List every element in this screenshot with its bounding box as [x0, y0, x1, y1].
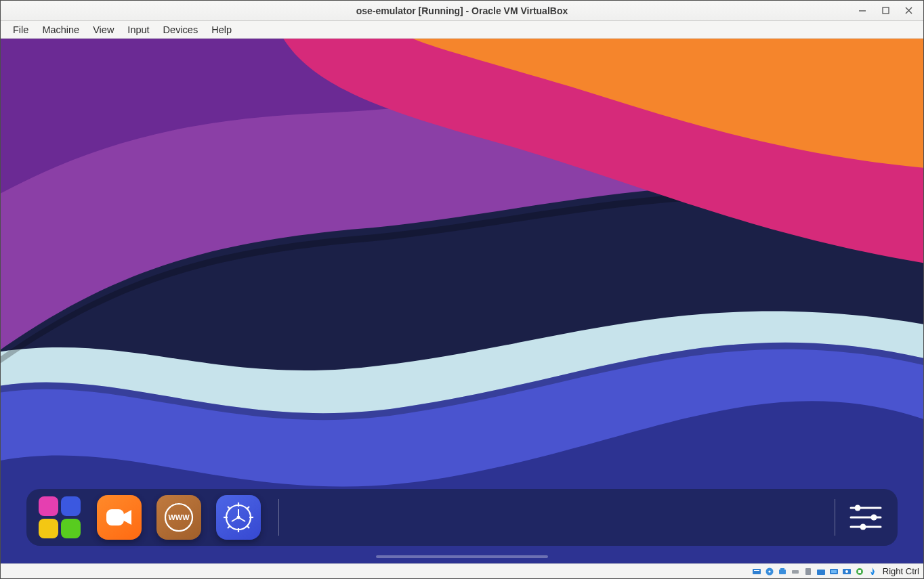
svg-text:WWW: WWW [168, 513, 190, 521]
svg-rect-39 [805, 568, 811, 575]
svg-rect-9 [106, 509, 124, 526]
menubar: File Machine View Input Devices Help [1, 21, 923, 39]
statusbar: Right Ctrl [1, 563, 923, 578]
hard-disk-icon[interactable] [751, 566, 762, 577]
menu-machine[interactable]: Machine [35, 23, 86, 37]
host-key-indicator[interactable]: Right Ctrl [883, 566, 919, 576]
network-icon[interactable] [790, 566, 801, 577]
titlebar[interactable]: ose-emulator [Running] - Oracle VM Virtu… [1, 1, 923, 21]
optical-disk-icon[interactable] [764, 566, 775, 577]
svg-point-25 [237, 516, 240, 519]
svg-point-44 [845, 570, 848, 573]
recording-icon[interactable] [841, 566, 852, 577]
menu-input[interactable]: Input [121, 23, 156, 37]
svg-line-21 [228, 526, 230, 528]
dock-separator-right [835, 499, 835, 536]
dock-apps: WWW [37, 495, 279, 540]
home-indicator[interactable] [376, 555, 548, 558]
menu-file[interactable]: File [6, 23, 35, 37]
svg-rect-8 [61, 519, 81, 538]
svg-rect-37 [780, 568, 784, 570]
audio-icon[interactable] [777, 566, 788, 577]
window-controls [857, 1, 921, 20]
svg-rect-6 [61, 496, 81, 516]
guest-display[interactable]: WWW [1, 39, 923, 563]
minimize-button[interactable] [857, 5, 868, 16]
dock-separator [278, 499, 279, 536]
dock: WWW [26, 489, 898, 546]
menu-help[interactable]: Help [205, 23, 238, 37]
desktop-wallpaper [1, 39, 923, 563]
window-title: ose-emulator [Running] - Oracle VM Virtu… [1, 5, 923, 16]
svg-rect-32 [753, 569, 761, 574]
svg-line-20 [247, 507, 249, 509]
svg-rect-42 [831, 570, 837, 573]
svg-rect-33 [754, 570, 759, 571]
virtualbox-window: ose-emulator [Running] - Oracle VM Virtu… [0, 0, 924, 579]
cpu-icon[interactable] [854, 566, 865, 577]
menu-view[interactable]: View [86, 23, 121, 37]
browser-app-icon[interactable]: WWW [156, 495, 201, 540]
quick-settings-icon[interactable] [845, 496, 887, 538]
svg-rect-36 [779, 570, 786, 574]
display-icon[interactable] [828, 566, 839, 577]
svg-rect-38 [792, 570, 799, 574]
maximize-button[interactable] [880, 5, 891, 16]
svg-rect-46 [858, 570, 861, 573]
launcher-app-icon[interactable] [37, 495, 82, 540]
svg-rect-1 [883, 7, 889, 14]
close-button[interactable] [903, 5, 914, 16]
svg-line-18 [228, 507, 230, 509]
svg-line-19 [247, 526, 249, 528]
mouse-integration-icon[interactable] [867, 566, 878, 577]
shared-folder-icon[interactable] [816, 566, 826, 577]
svg-point-31 [860, 524, 866, 530]
svg-rect-5 [39, 496, 58, 516]
svg-point-30 [871, 515, 877, 521]
settings-app-icon[interactable] [216, 495, 261, 540]
svg-point-35 [768, 570, 770, 572]
menu-devices[interactable]: Devices [156, 23, 205, 37]
svg-rect-40 [817, 570, 825, 575]
svg-rect-7 [39, 519, 58, 538]
svg-point-29 [855, 505, 861, 511]
usb-icon[interactable] [803, 566, 814, 577]
camera-app-icon[interactable] [97, 495, 142, 540]
